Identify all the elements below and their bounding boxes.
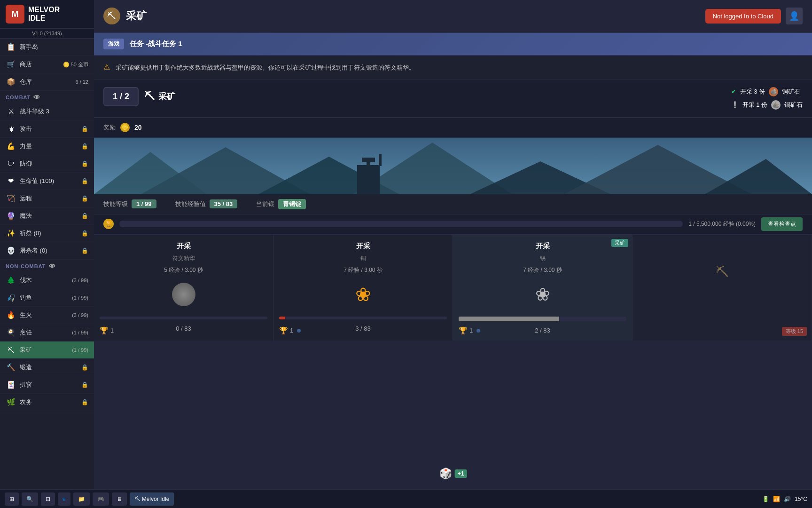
card-title-rune: 开采 bbox=[177, 242, 191, 251]
task-view-icon: ⊡ bbox=[46, 496, 50, 502]
app-title: MELVORIDLE bbox=[28, 6, 60, 22]
sidebar-item-woodcutting[interactable]: 🌲 伐木 (3 / 99) bbox=[0, 272, 94, 289]
mining-card-locked[interactable]: ⛏ 等级 15 bbox=[632, 235, 812, 341]
sidebar-item-hp[interactable]: ❤ 生命值 (100) 🔒 bbox=[0, 173, 94, 190]
app-logo: M bbox=[6, 5, 24, 24]
sidebar-header: M MELVORIDLE bbox=[0, 0, 94, 29]
shop-icon: 🛒 bbox=[6, 59, 16, 70]
card-icon-rune bbox=[167, 278, 200, 311]
sidebar-label-mining: 采矿 bbox=[20, 346, 70, 354]
windows-icon: ⊞ bbox=[9, 496, 14, 502]
sidebar-item-ranged[interactable]: 🏹 远程 🔒 bbox=[0, 190, 94, 207]
taskbar-app1-button[interactable]: 🖥 bbox=[112, 492, 127, 506]
card-icon-tin: ❀ bbox=[526, 278, 559, 311]
sidebar-item-mining[interactable]: ⛏ 采矿 (1 / 99) bbox=[0, 341, 94, 359]
sidebar-item-smithing[interactable]: 🔨 锻造 🔒 bbox=[0, 359, 94, 376]
trophy-icon-copper: 🏆 bbox=[279, 326, 288, 335]
req2-text: 开采 1 份 bbox=[742, 101, 767, 109]
app1-icon: 🖥 bbox=[117, 496, 122, 502]
card-trophy-tin: 🏆 1 bbox=[459, 326, 480, 335]
sidebar-item-slayer[interactable]: 💀 屠杀者 (0) 🔒 bbox=[0, 242, 94, 260]
task-skill: ⛏ 采矿 bbox=[144, 90, 175, 103]
strength-icon: 💪 bbox=[6, 141, 16, 151]
sidebar-item-warehouse[interactable]: 📦 仓库 6 / 12 bbox=[0, 73, 94, 91]
xp-text: 1 / 5,500,000 经验 (0.00%) bbox=[688, 220, 756, 228]
warning-icon: ⚠ bbox=[103, 63, 110, 71]
sidebar-item-attack[interactable]: 🗡 攻击 🔒 bbox=[0, 120, 94, 138]
reward-label: 奖励 bbox=[103, 123, 116, 132]
sidebar-label-hp: 生命值 (100) bbox=[20, 177, 81, 185]
prayer-icon: ✨ bbox=[6, 228, 16, 238]
sidebar-item-cooking[interactable]: 🍳 烹饪 (1 / 99) bbox=[0, 324, 94, 341]
firemaking-icon: 🔥 bbox=[6, 310, 16, 320]
taskbar-explorer-button[interactable]: 📁 bbox=[73, 492, 90, 506]
copper-ore-icon: 🪨 bbox=[769, 87, 778, 96]
req2-warning-icon: ❕ bbox=[731, 101, 739, 108]
plus-one-badge: +1 bbox=[455, 469, 467, 478]
battery-icon: 🔋 bbox=[762, 496, 769, 502]
taskbar-steam-button[interactable]: 🎮 bbox=[93, 492, 109, 506]
explorer-icon: 📁 bbox=[78, 496, 85, 502]
sidebar-item-thieving[interactable]: 🃏 扒窃 🔒 bbox=[0, 376, 94, 394]
dice-icon: 🎲 bbox=[439, 468, 452, 480]
mining-card-rune-essence[interactable]: 开采 符文精华 5 经验 / 3.00 秒 0 / 83 🏆 1 bbox=[94, 235, 273, 341]
topbar-avatar[interactable]: 👤 bbox=[786, 8, 803, 24]
sidebar-item-farming[interactable]: 🌿 农务 🔒 bbox=[0, 394, 94, 411]
level-label: 技能等级 bbox=[103, 200, 128, 208]
defense-lock-icon: 🔒 bbox=[81, 160, 88, 167]
sidebar-item-strength[interactable]: 💪 力量 🔒 bbox=[0, 138, 94, 155]
card-progress-fill-copper bbox=[279, 317, 285, 319]
svg-rect-9 bbox=[362, 158, 375, 162]
card-xp-rune: 5 经验 / 3.00 秒 bbox=[164, 266, 203, 274]
task-area: 1 / 2 ⛏ 采矿 ✔ 开采 3 份 🪨 铜矿石 ❕ 开采 1 份 🪨 锡矿石 bbox=[94, 79, 812, 118]
slayer-icon: 💀 bbox=[6, 246, 16, 256]
woodcutting-icon: 🌲 bbox=[6, 275, 16, 286]
sidebar-label-shop: 商店 bbox=[20, 60, 61, 69]
mining-card-tin[interactable]: 采矿 开采 锡 7 经验 / 3.00 秒 ❀ 2 / 83 🏆 1 bbox=[453, 235, 632, 341]
sidebar-item-new-player[interactable]: 📋 新手岛 bbox=[0, 39, 94, 56]
card-title-tin: 开采 bbox=[536, 242, 550, 251]
not-logged-button[interactable]: Not logged In to Cloud bbox=[705, 9, 781, 24]
stats-bar: 技能等级 1 / 99 技能经验值 35 / 83 当前锻 青铜锭 bbox=[94, 194, 812, 214]
ore-label: 当前锻 bbox=[256, 200, 274, 208]
taskbar-start-button[interactable]: ⊞ bbox=[5, 492, 19, 506]
task-progress: 1 / 2 bbox=[103, 87, 139, 106]
mining-card-copper[interactable]: 开采 铜 7 经验 / 3.00 秒 ❀ 3 / 83 🏆 1 bbox=[273, 235, 453, 341]
check-points-button[interactable]: 查看检查点 bbox=[761, 217, 803, 231]
sidebar-item-prayer[interactable]: ✨ 祈祭 (0) 🔒 bbox=[0, 225, 94, 242]
melvor-taskbar-label: Melvor Idle bbox=[142, 496, 170, 502]
sidebar-item-defense[interactable]: 🛡 防御 🔒 bbox=[0, 155, 94, 173]
attack-lock-icon: 🔒 bbox=[81, 126, 88, 132]
mining-badge: (1 / 99) bbox=[72, 347, 88, 353]
warehouse-badge: 6 / 12 bbox=[75, 79, 88, 85]
steam-icon: 🎮 bbox=[97, 496, 104, 502]
sidebar-item-fishing[interactable]: 🎣 钓鱼 (1 / 99) bbox=[0, 289, 94, 307]
tin-ore-flower-icon: ❀ bbox=[535, 284, 550, 305]
taskbar-task-view-button[interactable]: ⊡ bbox=[41, 492, 55, 506]
cooking-icon: 🍳 bbox=[6, 327, 16, 338]
taskbar-edge-button[interactable]: e bbox=[58, 492, 70, 506]
scene-svg bbox=[94, 138, 812, 194]
defense-icon: 🛡 bbox=[6, 159, 16, 169]
copper-dot-icon bbox=[297, 329, 301, 333]
sidebar-label-cooking: 烹饪 bbox=[20, 328, 70, 337]
sidebar-label-thieving: 扒窃 bbox=[20, 381, 81, 389]
volume-icon: 🔊 bbox=[784, 496, 791, 502]
task-left: 1 / 2 ⛏ 采矿 bbox=[103, 87, 175, 106]
card-progress-fill-tin bbox=[459, 317, 559, 321]
sidebar-item-magic[interactable]: 🔮 魔法 🔒 bbox=[0, 207, 94, 225]
card-xp-copper: 7 经验 / 3.00 秒 bbox=[344, 266, 383, 274]
sidebar-item-combat-level[interactable]: ⚔ 战斗等级 3 bbox=[0, 103, 94, 120]
sidebar-item-firemaking[interactable]: 🔥 生火 (3 / 99) bbox=[0, 307, 94, 324]
taskbar-search-button[interactable]: 🔍 bbox=[22, 492, 38, 506]
card-progress-rune bbox=[100, 317, 267, 319]
sidebar: M MELVORIDLE V1.0 (?1349) 📋 新手岛 🛒 商店 🪙 5… bbox=[0, 0, 94, 489]
card-subtitle-tin: 锡 bbox=[540, 254, 546, 262]
sidebar-label-ranged: 远程 bbox=[20, 194, 81, 203]
app-version: V1.0 (?1349) bbox=[0, 29, 94, 39]
taskbar: ⊞ 🔍 ⊡ e 📁 🎮 🖥 ⛏ Melvor Idle 🔋 📶 🔊 15°C bbox=[0, 489, 812, 508]
taskbar-melvor-button[interactable]: ⛏ Melvor Idle bbox=[130, 492, 174, 506]
card-trophy-copper: 🏆 1 bbox=[279, 326, 301, 335]
card-count-tin: 2 / 83 bbox=[535, 327, 550, 334]
sidebar-item-shop[interactable]: 🛒 商店 🪙 50 金币 bbox=[0, 56, 94, 73]
